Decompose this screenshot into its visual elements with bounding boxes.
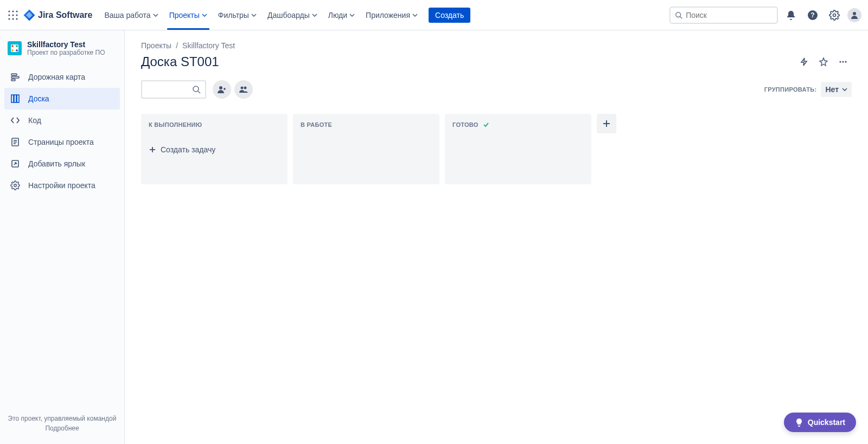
jira-logo[interactable]: Jira Software	[23, 9, 92, 22]
sidebar-item-label: Дорожная карта	[28, 73, 85, 81]
board-search[interactable]	[141, 80, 206, 99]
plus-icon	[602, 119, 611, 128]
help-icon[interactable]: ?	[804, 7, 821, 24]
column-in-progress[interactable]: В РАБОТЕ	[293, 114, 439, 184]
svg-point-34	[244, 87, 247, 89]
group-by-select[interactable]: Нет	[821, 82, 852, 97]
svg-point-5	[16, 14, 17, 16]
svg-point-7	[12, 18, 14, 20]
svg-line-10	[680, 16, 682, 18]
gear-icon	[10, 181, 21, 190]
check-icon	[483, 121, 489, 128]
svg-point-0	[8, 10, 10, 12]
star-icon[interactable]	[815, 53, 832, 70]
create-button[interactable]: Создать	[429, 8, 470, 23]
column-header: ГОТОВО	[450, 120, 586, 131]
sidebar-item-label: Доска	[28, 94, 49, 103]
profile-avatar[interactable]	[847, 8, 861, 22]
svg-point-9	[676, 12, 681, 17]
roadmap-icon	[10, 72, 21, 82]
add-column-button[interactable]	[597, 114, 616, 133]
sidebar-items: Дорожная карта Доска Код Страницы проект…	[0, 66, 124, 196]
svg-point-3	[8, 14, 10, 16]
nav-filters[interactable]: Фильтры	[213, 0, 262, 30]
sidebar-footer: Это проект, управляемый командой Подробн…	[0, 408, 124, 444]
svg-text:?: ?	[810, 11, 814, 19]
chevron-down-icon	[251, 12, 257, 18]
filter-row: ГРУППИРОВАТЬ: Нет	[141, 80, 852, 99]
board: К ВЫПОЛНЕНИЮ Создать задачу В РАБОТЕ ГОТ…	[141, 114, 852, 184]
column-done[interactable]: ГОТОВО	[445, 114, 591, 184]
svg-point-30	[193, 86, 199, 92]
app-switcher-icon[interactable]	[7, 9, 20, 22]
search-icon	[192, 85, 201, 94]
add-people-button[interactable]	[213, 80, 231, 99]
search-input[interactable]	[686, 11, 773, 20]
breadcrumb: Проекты / Skillfactory Test	[141, 41, 852, 50]
chevron-down-icon	[312, 12, 317, 18]
sidebar-item-shortcut[interactable]: Добавить ярлык	[4, 153, 120, 175]
search-icon	[675, 11, 682, 20]
breadcrumb-projects[interactable]: Проекты	[141, 41, 171, 50]
svg-point-14	[853, 12, 856, 15]
sidebar-item-roadmap[interactable]: Дорожная карта	[4, 66, 120, 88]
more-icon[interactable]	[834, 53, 852, 70]
create-issue-button[interactable]: Создать задачу	[146, 142, 282, 157]
nav-projects[interactable]: Проекты	[164, 0, 213, 30]
group-avatar-button[interactable]	[234, 80, 253, 99]
footer-text: Это проект, управляемый командой	[5, 415, 119, 422]
automation-icon[interactable]	[795, 53, 813, 70]
global-search[interactable]	[669, 7, 778, 24]
sidebar-item-label: Настройки проекта	[28, 181, 95, 190]
sidebar-item-settings[interactable]: Настройки проекта	[4, 175, 120, 196]
breadcrumb-separator: /	[176, 41, 178, 50]
page-actions	[795, 53, 852, 70]
quickstart-button[interactable]: Quickstart	[784, 413, 856, 432]
sidebar-item-pages[interactable]: Страницы проекта	[4, 131, 120, 153]
breadcrumb-project-name[interactable]: Skillfactory Test	[182, 41, 235, 50]
svg-point-33	[241, 87, 244, 89]
group-by-value: Нет	[825, 85, 839, 94]
svg-rect-19	[14, 95, 16, 102]
nav-dashboards[interactable]: Дашбоарды	[262, 0, 323, 30]
column-header: К ВЫПОЛНЕНИЮ	[146, 120, 282, 131]
svg-point-1	[12, 10, 14, 12]
svg-point-2	[16, 10, 17, 12]
column-title: ГОТОВО	[452, 121, 478, 128]
svg-point-27	[839, 61, 841, 62]
topnav-left: Jira Software Ваша работа Проекты Фильтр…	[7, 0, 470, 30]
quickstart-label: Quickstart	[808, 418, 845, 427]
sidebar-item-label: Страницы проекта	[28, 138, 94, 146]
chevron-down-icon	[412, 12, 418, 18]
nav-your-work[interactable]: Ваша работа	[99, 0, 163, 30]
sidebar-item-board[interactable]: Доска	[4, 88, 120, 110]
settings-icon[interactable]	[826, 7, 843, 24]
column-todo[interactable]: К ВЫПОЛНЕНИЮ Создать задачу	[141, 114, 288, 184]
svg-rect-16	[11, 76, 19, 78]
svg-point-32	[219, 86, 222, 89]
footer-learn-more[interactable]: Подробнее	[5, 424, 119, 432]
board-icon	[10, 94, 21, 104]
svg-rect-15	[11, 74, 17, 75]
nav-items: Ваша работа Проекты Фильтры Дашбоарды Лю…	[99, 0, 423, 30]
sidebar-item-label: Добавить ярлык	[28, 159, 85, 168]
project-type: Проект по разработке ПО	[27, 49, 105, 56]
svg-point-6	[8, 18, 10, 20]
project-name: Skillfactory Test	[27, 40, 105, 49]
plus-icon	[149, 146, 156, 153]
main-content: Проекты / Skillfactory Test Доска ST001	[125, 30, 868, 444]
project-header: Skillfactory Test Проект по разработке П…	[0, 40, 124, 66]
group-by-label: ГРУППИРОВАТЬ:	[764, 86, 817, 93]
page-header: Доска ST001	[141, 53, 852, 70]
product-name: Jira Software	[38, 10, 92, 20]
svg-point-4	[12, 14, 14, 16]
chevron-down-icon	[153, 12, 158, 18]
column-header: В РАБОТЕ	[298, 120, 434, 131]
sidebar-item-code[interactable]: Код	[4, 110, 120, 131]
notifications-icon[interactable]	[782, 7, 800, 24]
nav-apps[interactable]: Приложения	[360, 0, 423, 30]
nav-people[interactable]: Люди	[323, 0, 360, 30]
page-title: Доска ST001	[141, 54, 219, 69]
page-body: Skillfactory Test Проект по разработке П…	[0, 30, 868, 444]
create-issue-label: Создать задачу	[161, 145, 215, 154]
